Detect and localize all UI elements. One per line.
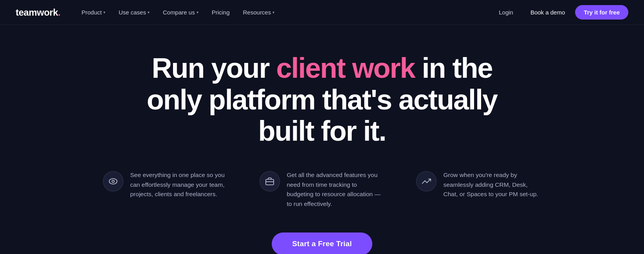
nav-right: Login Book a demo Try it for free — [492, 5, 628, 20]
chevron-down-icon: ▾ — [148, 10, 150, 14]
login-button[interactable]: Login — [492, 6, 520, 19]
cta-section: Start a Free Trial No credit card requir… — [272, 233, 372, 254]
feature-grow-text: Grow when you're ready by seamlessly add… — [444, 170, 541, 199]
chevron-down-icon: ▾ — [197, 10, 198, 14]
book-demo-button[interactable]: Book a demo — [523, 6, 572, 19]
hero-headline: Run your client work in the only platfor… — [146, 52, 498, 147]
nav-resources[interactable]: Resources ▾ — [238, 6, 280, 19]
hero-highlight: client work — [276, 52, 415, 84]
nav-links: Product ▾ Use cases ▾ Compare us ▾ Prici… — [76, 6, 492, 19]
nav-product[interactable]: Product ▾ — [76, 6, 111, 19]
hero-section: Run your client work in the only platfor… — [0, 25, 644, 254]
chevron-down-icon: ▾ — [103, 10, 105, 14]
feature-visibility-text: See everything in one place so you can e… — [130, 170, 228, 199]
try-free-button[interactable]: Try it for free — [575, 5, 628, 20]
svg-rect-2 — [266, 179, 274, 185]
feature-advanced-text: Get all the advanced features you need f… — [287, 170, 385, 209]
nav-compare-us[interactable]: Compare us ▾ — [157, 6, 204, 19]
nav-pricing[interactable]: Pricing — [206, 6, 235, 19]
svg-point-1 — [112, 180, 114, 182]
navbar: teamwork. Product ▾ Use cases ▾ Compare … — [0, 0, 644, 25]
features-row: See everything in one place so you can e… — [87, 170, 557, 209]
logo-text: teamwork. — [16, 7, 60, 18]
feature-advanced: Get all the advanced features you need f… — [260, 170, 385, 209]
start-trial-button[interactable]: Start a Free Trial — [272, 233, 372, 254]
feature-visibility: See everything in one place so you can e… — [103, 170, 228, 209]
nav-use-cases[interactable]: Use cases ▾ — [113, 6, 155, 19]
eye-icon — [103, 171, 123, 191]
trending-up-icon — [416, 171, 437, 191]
logo[interactable]: teamwork. — [16, 7, 60, 18]
feature-grow: Grow when you're ready by seamlessly add… — [416, 170, 541, 209]
svg-point-0 — [109, 179, 117, 184]
briefcase-icon — [260, 171, 280, 191]
chevron-down-icon: ▾ — [272, 10, 274, 14]
